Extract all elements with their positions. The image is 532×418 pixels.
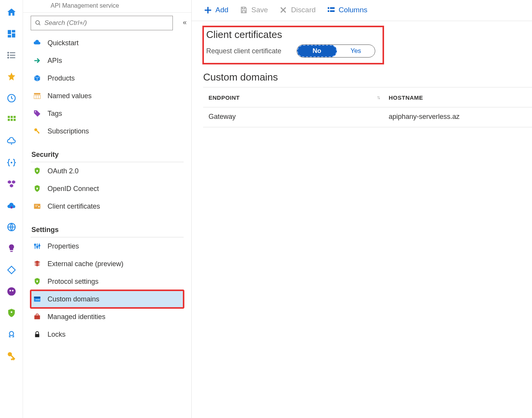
- api-arrow-icon: [33, 56, 41, 65]
- nav-openid[interactable]: OpenID Connect: [31, 180, 184, 197]
- nav-properties[interactable]: Properties: [31, 237, 184, 255]
- rail-list-icon[interactable]: [6, 50, 17, 61]
- rail-support-icon[interactable]: [6, 329, 17, 340]
- svg-rect-15: [10, 206, 12, 208]
- key-icon: [33, 127, 41, 135]
- nav-label: OAuth 2.0: [48, 167, 79, 175]
- nav-client-certificates[interactable]: Client certificates: [31, 197, 184, 215]
- nav-label: Client certificates: [48, 202, 100, 211]
- svg-point-14: [10, 162, 12, 163]
- nav-quickstart[interactable]: Quickstart: [31, 34, 184, 52]
- nav-tags[interactable]: Tags: [31, 105, 184, 122]
- svg-rect-39: [34, 315, 40, 319]
- resource-header: API Management service: [23, 0, 191, 13]
- nav-protocol-settings[interactable]: Protocol settings: [31, 273, 184, 290]
- cell-hostname: apiphany-serverless.az: [383, 107, 532, 127]
- rail-globe-icon[interactable]: [6, 222, 17, 232]
- rail-cubes-icon[interactable]: [6, 179, 17, 189]
- request-client-cert-toggle[interactable]: No Yes: [297, 44, 375, 58]
- svg-text:www: www: [35, 298, 40, 301]
- nav-section-security: Security: [31, 151, 184, 162]
- svg-rect-12: [13, 119, 15, 121]
- nav-managed-identities[interactable]: Managed identities: [31, 308, 184, 326]
- certificate-icon: [33, 202, 41, 211]
- svg-point-2: [7, 54, 9, 56]
- save-button: Save: [239, 5, 268, 15]
- nav-label: Subscriptions: [48, 127, 89, 135]
- rail-shield-icon[interactable]: [6, 308, 17, 318]
- nav-label: Protocol settings: [48, 278, 99, 286]
- rail-key-icon[interactable]: [6, 351, 17, 361]
- search-input[interactable]: [44, 19, 169, 27]
- nav-custom-domains[interactable]: www Custom domains: [31, 290, 184, 308]
- box-icon: [33, 74, 41, 82]
- resource-subtitle: API Management service: [51, 2, 191, 9]
- columns-label: Columns: [339, 6, 368, 14]
- rail-star-icon[interactable]: [6, 71, 17, 82]
- rail-braces-icon[interactable]: [6, 157, 17, 168]
- add-button[interactable]: Add: [203, 5, 228, 15]
- col-endpoint[interactable]: ENDPOINT ↑↓: [203, 87, 383, 107]
- rail-cloud-icon[interactable]: [6, 136, 17, 146]
- toolbar: Add Save Discard Columns: [192, 0, 532, 21]
- svg-rect-29: [36, 188, 38, 189]
- svg-rect-35: [36, 280, 38, 282]
- rail-people-icon[interactable]: [6, 286, 17, 297]
- nav-label: OpenID Connect: [48, 185, 99, 193]
- nav-label: APIs: [48, 57, 62, 65]
- global-rail: [0, 0, 23, 418]
- col-hostname[interactable]: HOSTNAME: [383, 87, 532, 107]
- main-content: Add Save Discard Columns Client certific…: [192, 0, 532, 418]
- nav-named-values[interactable]: Named values: [31, 87, 184, 105]
- nav-apis[interactable]: APIs: [31, 52, 184, 69]
- nav-locks[interactable]: Locks: [31, 326, 184, 343]
- svg-point-23: [36, 21, 39, 25]
- rail-home-icon[interactable]: [6, 7, 17, 18]
- svg-point-34: [39, 245, 40, 246]
- svg-rect-43: [328, 10, 329, 12]
- columns-button[interactable]: Columns: [327, 5, 368, 15]
- stack-icon: [33, 260, 41, 268]
- svg-rect-7: [8, 116, 10, 118]
- plus-icon: [203, 5, 212, 15]
- svg-rect-28: [36, 170, 38, 172]
- custom-domains-table: ENDPOINT ↑↓ HOSTNAME Gateway apiphany-se…: [203, 87, 532, 127]
- svg-rect-8: [10, 116, 12, 118]
- nav-label: Locks: [48, 331, 66, 339]
- search-box[interactable]: [31, 16, 173, 30]
- discard-button: Discard: [279, 5, 315, 15]
- toggle-no[interactable]: No: [297, 45, 337, 57]
- svg-point-20: [10, 311, 12, 313]
- client-certificates-panel: Client certificates Request client certi…: [203, 26, 383, 64]
- nav-external-cache[interactable]: External cache (preview): [31, 255, 184, 273]
- nav-label: External cache (preview): [48, 260, 123, 268]
- rail-clock-icon[interactable]: [6, 93, 17, 104]
- svg-point-26: [35, 111, 36, 112]
- rail-dashboard-icon[interactable]: [6, 28, 17, 39]
- nav-oauth2[interactable]: OAuth 2.0: [31, 162, 184, 180]
- cell-endpoint: Gateway: [203, 107, 383, 127]
- svg-point-19: [12, 290, 13, 291]
- rail-grid-icon[interactable]: [6, 114, 17, 125]
- svg-point-17: [7, 287, 16, 296]
- shield-lock-icon: [33, 167, 41, 175]
- resource-nav-list: Quickstart APIs Products Named values Ta…: [23, 30, 191, 351]
- nav-products[interactable]: Products: [31, 69, 184, 87]
- svg-point-31: [38, 206, 40, 207]
- nav-subscriptions[interactable]: Subscriptions: [31, 122, 184, 140]
- table-row[interactable]: Gateway apiphany-serverless.az: [203, 107, 532, 127]
- toggle-yes[interactable]: Yes: [337, 45, 375, 57]
- save-icon: [239, 5, 248, 15]
- rail-cloud-upload-icon[interactable]: [6, 200, 17, 211]
- close-icon: [279, 5, 288, 15]
- svg-rect-42: [330, 7, 335, 9]
- rail-bulb-icon[interactable]: [6, 243, 17, 254]
- domain-icon: www: [33, 295, 41, 303]
- nav-label: Properties: [48, 242, 79, 250]
- table-icon: [33, 92, 41, 100]
- rail-diamond-icon[interactable]: [6, 265, 17, 275]
- collapse-panel-icon[interactable]: «: [183, 18, 187, 26]
- svg-rect-10: [8, 119, 10, 121]
- svg-point-13: [11, 143, 12, 145]
- nav-section-settings: Settings: [31, 226, 184, 237]
